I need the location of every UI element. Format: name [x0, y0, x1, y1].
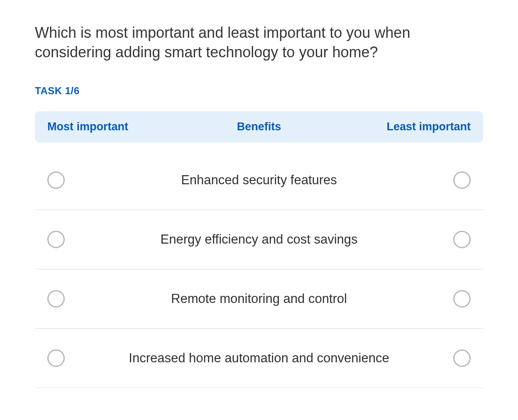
- radio-least-important[interactable]: [453, 171, 471, 189]
- task-counter: TASK 1/6: [35, 85, 483, 97]
- option-right-cell: [437, 231, 471, 248]
- option-left-cell: [47, 171, 81, 189]
- radio-most-important[interactable]: [47, 349, 65, 367]
- option-label: Enhanced security features: [81, 173, 437, 188]
- radio-least-important[interactable]: [453, 231, 471, 248]
- option-row: Energy efficiency and cost savings: [35, 210, 483, 269]
- option-row: Increased home automation and convenienc…: [35, 329, 483, 388]
- option-left-cell: [47, 349, 81, 367]
- option-row: Enhanced security features: [35, 151, 483, 210]
- radio-least-important[interactable]: [453, 290, 471, 308]
- option-label: Remote monitoring and control: [81, 291, 437, 306]
- radio-least-important[interactable]: [453, 349, 471, 367]
- header-most-important: Most important: [47, 120, 151, 133]
- option-right-cell: [437, 290, 471, 308]
- header-benefits: Benefits: [151, 120, 367, 133]
- radio-most-important[interactable]: [47, 290, 65, 308]
- question-text: Which is most important and least import…: [35, 23, 483, 62]
- option-left-cell: [47, 290, 81, 308]
- option-right-cell: [437, 349, 471, 367]
- option-label: Increased home automation and convenienc…: [81, 351, 437, 366]
- option-right-cell: [437, 171, 471, 189]
- radio-most-important[interactable]: [47, 171, 65, 189]
- header-least-important: Least important: [367, 120, 471, 133]
- radio-most-important[interactable]: [47, 231, 65, 248]
- option-row: Remote monitoring and control: [35, 269, 483, 329]
- column-headers: Most important Benefits Least important: [35, 111, 483, 142]
- option-left-cell: [47, 231, 81, 248]
- survey-card: Which is most important and least import…: [10, 3, 508, 405]
- option-label: Energy efficiency and cost savings: [81, 232, 437, 247]
